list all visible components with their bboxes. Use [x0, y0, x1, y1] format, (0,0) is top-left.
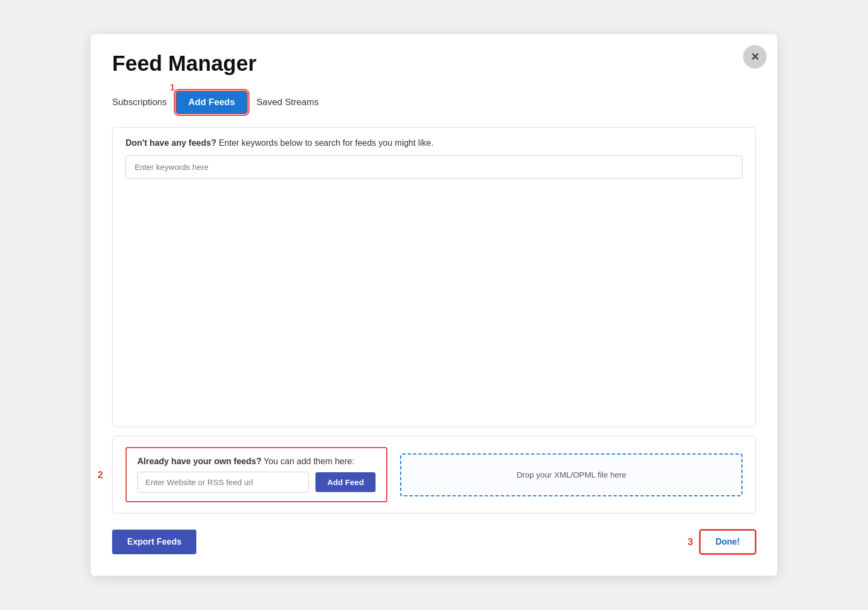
search-section: Don't have any feeds? Enter keywords bel… [112, 127, 756, 427]
close-button[interactable]: ✕ [743, 45, 767, 69]
close-icon: ✕ [751, 50, 760, 63]
tabs-row: 1 Subscriptions Add Feeds Saved Streams [112, 91, 756, 114]
step2-badge: 2 [98, 469, 103, 480]
add-feed-button[interactable]: Add Feed [315, 472, 376, 492]
rss-url-input[interactable] [137, 472, 309, 493]
tab-saved-streams[interactable]: Saved Streams [248, 93, 319, 112]
done-button[interactable]: Done! [700, 530, 756, 554]
page-title: Feed Manager [112, 51, 756, 76]
own-feeds-label-bold: Already have your own feeds? [137, 457, 261, 466]
footer-row: Export Feeds 3 Done! [112, 530, 756, 554]
own-feeds-inner: Already have your own feeds? You can add… [126, 447, 387, 502]
search-label-text: Enter keywords below to search for feeds… [216, 138, 433, 147]
own-feeds-label-text: You can add them here: [261, 457, 354, 466]
feed-manager-modal: ✕ Feed Manager 1 Subscriptions Add Feeds… [91, 34, 777, 576]
tab-subscriptions[interactable]: Subscriptions [112, 93, 175, 112]
step3-badge: 3 [688, 537, 693, 548]
search-input[interactable] [126, 155, 742, 178]
tab-add-feeds[interactable]: Add Feeds [175, 91, 248, 114]
own-feeds-section: 2 Already have your own feeds? You can a… [112, 436, 756, 514]
search-label: Don't have any feeds? Enter keywords bel… [126, 138, 742, 148]
xml-opml-dropzone[interactable]: Drop your XML/OPML file here [400, 453, 742, 496]
own-feeds-input-row: Add Feed [137, 472, 376, 493]
export-feeds-button[interactable]: Export Feeds [112, 530, 196, 554]
own-feeds-label: Already have your own feeds? You can add… [137, 457, 376, 466]
search-label-bold: Don't have any feeds? [126, 138, 216, 147]
done-section: 3 Done! [688, 530, 756, 554]
step1-badge: 1 [170, 83, 175, 93]
dropzone-label: Drop your XML/OPML file here [517, 470, 627, 479]
